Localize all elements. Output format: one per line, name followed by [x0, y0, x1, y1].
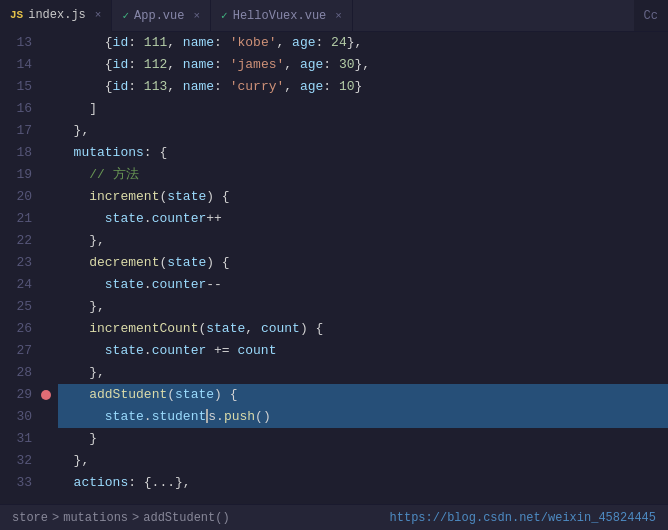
code-line-23: decrement(state) { [58, 252, 668, 274]
breadcrumb-sep2: > [132, 511, 139, 525]
gutter-23 [38, 252, 54, 274]
tab-index-js[interactable]: JS index.js × [0, 0, 112, 32]
line-numbers: 13 14 15 16 17 18 19 20 21 22 23 24 25 2… [0, 32, 38, 504]
gutter-31 [38, 428, 54, 450]
gutter-26 [38, 318, 54, 340]
code-line-24: state.counter-- [58, 274, 668, 296]
editor-area: 13 14 15 16 17 18 19 20 21 22 23 24 25 2… [0, 32, 668, 504]
code-line-33: actions: {...}, [58, 472, 668, 494]
breadcrumb-sep1: > [52, 511, 59, 525]
line-num-25: 25 [0, 296, 32, 318]
line-num-19: 19 [0, 164, 32, 186]
breadcrumb-store: store [12, 511, 48, 525]
js-icon: JS [10, 9, 23, 21]
line-num-30: 30 [0, 406, 32, 428]
line-num-29: 29 [0, 384, 32, 406]
line-num-27: 27 [0, 340, 32, 362]
line-num-28: 28 [0, 362, 32, 384]
gutter-29 [38, 384, 54, 406]
code-line-22: }, [58, 230, 668, 252]
gutter-32 [38, 450, 54, 472]
line-num-22: 22 [0, 230, 32, 252]
gutter-20 [38, 186, 54, 208]
breadcrumb: store > mutations > addStudent() [12, 511, 230, 525]
line-num-33: 33 [0, 472, 32, 494]
gutter-19 [38, 164, 54, 186]
code-line-15: {id: 113, name: 'curry', age: 10} [58, 76, 668, 98]
tab-close-index[interactable]: × [95, 9, 102, 21]
code-line-14: {id: 112, name: 'james', age: 30}, [58, 54, 668, 76]
tab-bar: JS index.js × ✓ App.vue × ✓ HelloVuex.vu… [0, 0, 668, 32]
vue-icon-2: ✓ [221, 9, 228, 22]
code-line-29: addStudent(state) { [58, 384, 668, 406]
gutter-21 [38, 208, 54, 230]
line-num-16: 16 [0, 98, 32, 120]
code-line-17: }, [58, 120, 668, 142]
line-num-21: 21 [0, 208, 32, 230]
code-line-27: state.counter += count [58, 340, 668, 362]
code-line-16: ] [58, 98, 668, 120]
line-num-26: 26 [0, 318, 32, 340]
gutter-13 [38, 32, 54, 54]
code-line-18: mutations: { [58, 142, 668, 164]
gutter [38, 32, 54, 504]
gutter-22 [38, 230, 54, 252]
status-bar: store > mutations > addStudent() https:/… [0, 504, 668, 530]
gutter-30 [38, 406, 54, 428]
code-line-28: }, [58, 362, 668, 384]
tab-label-app: App.vue [134, 9, 184, 23]
code-line-19: // 方法 [58, 164, 668, 186]
code-line-25: }, [58, 296, 668, 318]
line-num-20: 20 [0, 186, 32, 208]
code-line-31: } [58, 428, 668, 450]
gutter-33 [38, 472, 54, 494]
tab-label-hello: HelloVuex.vue [233, 9, 327, 23]
line-num-13: 13 [0, 32, 32, 54]
gutter-14 [38, 54, 54, 76]
tab-close-hello[interactable]: × [335, 10, 342, 22]
line-num-23: 23 [0, 252, 32, 274]
tab-close-app[interactable]: × [193, 10, 200, 22]
gutter-25 [38, 296, 54, 318]
gutter-27 [38, 340, 54, 362]
line-num-31: 31 [0, 428, 32, 450]
status-url: https://blog.csdn.net/weixin_45824445 [390, 511, 656, 525]
gutter-28 [38, 362, 54, 384]
line-num-14: 14 [0, 54, 32, 76]
line-num-32: 32 [0, 450, 32, 472]
line-num-24: 24 [0, 274, 32, 296]
code-content[interactable]: {id: 111, name: 'kobe', age: 24}, {id: 1… [54, 32, 668, 504]
gutter-18 [38, 142, 54, 164]
code-line-20: increment(state) { [58, 186, 668, 208]
code-line-30: state.students.push() [58, 406, 668, 428]
tab-hello-vuex[interactable]: ✓ HelloVuex.vue × [211, 0, 353, 32]
breadcrumb-fn: addStudent() [143, 511, 229, 525]
vue-icon-1: ✓ [122, 9, 129, 22]
tab-label: index.js [28, 8, 86, 22]
line-num-17: 17 [0, 120, 32, 142]
code-line-13: {id: 111, name: 'kobe', age: 24}, [58, 32, 668, 54]
code-line-21: state.counter++ [58, 208, 668, 230]
line-num-15: 15 [0, 76, 32, 98]
breadcrumb-mutations: mutations [63, 511, 128, 525]
gutter-17 [38, 120, 54, 142]
gutter-15 [38, 76, 54, 98]
gutter-24 [38, 274, 54, 296]
breakpoint-29 [41, 390, 51, 400]
top-right-label: Cc [634, 0, 668, 31]
code-line-26: incrementCount(state, count) { [58, 318, 668, 340]
code-line-32: }, [58, 450, 668, 472]
tab-app-vue[interactable]: ✓ App.vue × [112, 0, 211, 32]
line-num-18: 18 [0, 142, 32, 164]
gutter-16 [38, 98, 54, 120]
